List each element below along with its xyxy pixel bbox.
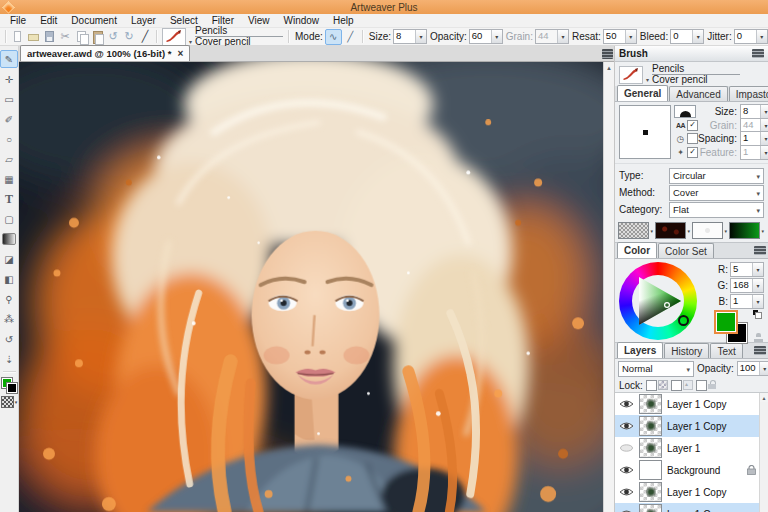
preset-dropdown-arrow[interactable]: ▾ <box>646 76 649 83</box>
layer-row[interactable]: Layer 1 Copy <box>615 481 759 503</box>
spinner-dropdown-arrow[interactable] <box>760 146 768 159</box>
spinner-dropdown-arrow[interactable] <box>625 30 636 43</box>
spinner-dropdown-arrow[interactable] <box>415 30 426 43</box>
cut-icon[interactable]: ✂ <box>58 29 73 44</box>
color-panel-tab[interactable]: Color Set <box>658 243 714 258</box>
shape-tool[interactable]: ▢ <box>0 210 18 228</box>
brush-field-checkbox[interactable] <box>687 133 698 144</box>
layer-list-scrollbar[interactable]: ▲ <box>759 393 768 512</box>
brush-field-checkbox[interactable] <box>687 147 698 158</box>
save-document-icon[interactable] <box>42 29 57 44</box>
freehand-mode-icon[interactable]: ∿ <box>325 29 342 45</box>
lock-image-checkbox[interactable] <box>671 380 682 391</box>
texture-swatch[interactable]: ▾ <box>618 222 654 239</box>
title-bar[interactable]: Artweaver Plus <box>0 0 768 14</box>
zoom-tool[interactable]: ⚲ <box>0 290 18 308</box>
brush-field-checkbox[interactable] <box>687 120 698 131</box>
selection-tool[interactable]: ▭ <box>0 90 18 108</box>
swatch-dropdown-arrow[interactable]: ▾ <box>687 228 690 234</box>
layer-opacity-spinner[interactable]: 100 <box>737 361 768 376</box>
spinner-dropdown-arrow[interactable] <box>491 30 502 43</box>
parameter-spinner[interactable]: 50 <box>603 29 637 44</box>
spinner-dropdown-arrow[interactable] <box>756 30 767 43</box>
background-color-swatch[interactable] <box>6 382 18 394</box>
brush-preset-picker[interactable]: ▾ Pencils Cover pencil <box>162 27 283 46</box>
spray-tool[interactable]: ⁂ <box>0 310 18 328</box>
brush-field-icon[interactable] <box>674 122 687 129</box>
pattern-stamp-tool[interactable]: ▦ <box>0 170 18 188</box>
brush-field-icon[interactable] <box>674 134 687 144</box>
spinner-dropdown-arrow[interactable] <box>752 263 763 276</box>
panel-menu-icon[interactable] <box>754 346 766 355</box>
select-dropdown-arrow[interactable] <box>756 187 760 198</box>
scroll-up-arrow[interactable]: ▲ <box>604 62 614 74</box>
parameter-spinner[interactable]: 44 <box>535 29 569 44</box>
redo-icon[interactable]: ↻ <box>122 29 137 44</box>
preset-dropdown-arrow[interactable]: ▾ <box>189 38 192 45</box>
scroll-up-arrow[interactable]: ▲ <box>760 393 768 402</box>
canvas-vertical-scrollbar[interactable]: ▲ <box>603 62 614 512</box>
panel-menu-icon[interactable] <box>752 49 764 58</box>
brush-field-icon[interactable] <box>674 105 696 118</box>
paintbrush-tool[interactable]: ✎ <box>0 50 18 68</box>
brush-panel-tab[interactable]: Advanced <box>669 86 727 101</box>
undo-icon[interactable]: ↺ <box>106 29 121 44</box>
lasso-tool[interactable]: ○ <box>0 130 18 148</box>
default-colors-icon[interactable] <box>753 310 762 319</box>
layer-thumbnail[interactable] <box>639 482 662 502</box>
spinner-dropdown-arrow[interactable] <box>760 132 768 145</box>
brush-preset-row[interactable]: ▾ Pencils Cover pencil <box>615 62 768 86</box>
pattern-chip[interactable] <box>1 396 14 408</box>
new-document-icon[interactable] <box>10 29 25 44</box>
document-tab[interactable]: artweaver.awd @ 100% (16-bit) * × <box>20 45 190 61</box>
layer-thumbnail[interactable] <box>639 460 662 480</box>
paste-icon[interactable] <box>90 29 105 44</box>
layer-thumbnail[interactable] <box>639 394 662 414</box>
brush-select[interactable]: Flat <box>669 202 764 218</box>
brush-select[interactable]: Circular <box>669 168 764 184</box>
menu-item[interactable]: Edit <box>33 14 64 27</box>
foreground-background-colors[interactable] <box>1 377 17 393</box>
pattern-selector[interactable]: ▾ <box>1 396 18 408</box>
canvas-artwork[interactable] <box>19 62 603 512</box>
pattern-dropdown-arrow[interactable]: ▾ <box>15 399 18 405</box>
channel-spinner[interactable]: 168 <box>730 278 764 293</box>
swatch-dropdown-arrow[interactable]: ▾ <box>650 228 653 234</box>
straight-line-mode-icon[interactable]: ╱ <box>342 29 359 45</box>
pencil-tool[interactable]: ✐ <box>0 110 18 128</box>
spinner-dropdown-arrow[interactable] <box>557 30 568 43</box>
brush-panel-tab[interactable]: Impasto <box>729 86 768 101</box>
brush-select[interactable]: Cover <box>669 185 764 201</box>
tab-close-icon[interactable]: × <box>177 49 183 59</box>
text-tool[interactable]: T <box>0 190 18 208</box>
menu-item[interactable]: Document <box>64 14 124 27</box>
layer-visibility-toggle[interactable] <box>618 487 634 497</box>
layers-panel-tab[interactable]: History <box>664 343 709 358</box>
menu-item[interactable]: Window <box>276 14 326 27</box>
spinner-dropdown-arrow[interactable] <box>752 279 763 292</box>
copy-icon[interactable] <box>74 29 89 44</box>
open-document-icon[interactable] <box>26 29 41 44</box>
color-panel-fg-bg[interactable] <box>716 312 750 344</box>
brush-panel-header[interactable]: Brush <box>615 46 768 62</box>
layer-visibility-toggle[interactable] <box>618 421 634 431</box>
spinner-dropdown-arrow[interactable] <box>760 119 768 132</box>
add-to-colorset-icon[interactable] <box>754 333 764 342</box>
saturation-triangle[interactable] <box>632 275 684 327</box>
rotate-tool[interactable]: ↺ <box>0 330 18 348</box>
spinner-dropdown-arrow[interactable] <box>759 362 768 375</box>
swatch-dropdown-arrow[interactable]: ▾ <box>724 228 727 234</box>
hue-marker[interactable] <box>678 315 689 326</box>
channel-spinner[interactable]: 1 <box>730 294 764 309</box>
move-tool[interactable]: ✛ <box>0 70 18 88</box>
select-dropdown-arrow[interactable] <box>756 204 760 215</box>
menu-item[interactable]: Layer <box>124 14 163 27</box>
spinner-dropdown-arrow[interactable] <box>692 30 703 43</box>
select-dropdown-arrow[interactable] <box>686 363 690 374</box>
menu-item[interactable]: View <box>241 14 277 27</box>
color-wheel[interactable] <box>619 262 697 340</box>
parameter-spinner[interactable]: 8 <box>393 29 427 44</box>
lock-transparency-checkbox[interactable] <box>646 380 657 391</box>
layers-panel-tab[interactable]: Text <box>710 343 742 358</box>
layer-thumbnail[interactable] <box>639 438 662 458</box>
